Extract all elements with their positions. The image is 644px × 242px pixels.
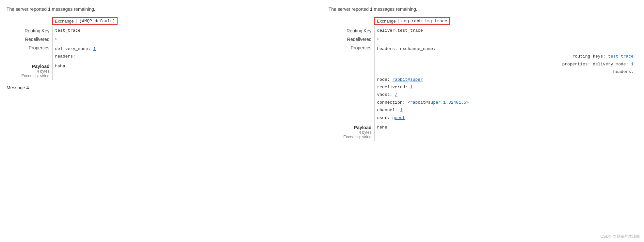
right-routing-key-row: Routing Key deliver.test_trace <box>329 26 637 35</box>
right-routing-key-value: deliver.test_trace <box>374 26 637 35</box>
left-server-count: 1 <box>48 7 51 12</box>
right-prop-vhost-key: vhost: <box>377 92 393 97</box>
right-prop-redelivered-val[interactable]: 1 <box>410 85 413 90</box>
left-prop-headers: headers: <box>55 54 75 59</box>
right-prop-node-line: node: rabbit@super <box>377 76 635 83</box>
right-prop-delivery-mode-key: delivery_mode: <box>593 62 628 67</box>
left-redelivered-row: Redelivered ○ <box>7 35 315 43</box>
left-routing-key-label: Routing Key <box>7 26 52 35</box>
right-prop-channel-key: channel: <box>377 108 397 112</box>
right-server-count: 1 <box>370 7 373 12</box>
right-payload-size: 4 bytes <box>331 130 372 135</box>
left-exchange-label: Exchange <box>55 19 77 24</box>
right-payload-label-cell: Payload 4 bytes Encoding: string <box>329 123 374 141</box>
right-prop-routing-keys-key: routing_keys: <box>572 54 605 59</box>
right-prop-user-line: user: guest <box>377 114 635 122</box>
left-panel: The server reported 1 messages remaining… <box>7 7 315 141</box>
left-server-text: The server reported <box>7 7 48 12</box>
left-properties-block: delivery_mode: 1 headers: <box>55 45 313 60</box>
right-prop-properties-line: properties: delivery_mode: 1 <box>377 60 635 68</box>
right-prop-routing-keys-line: routing_keys: test_trace <box>377 53 635 60</box>
right-message-table: Exchange amq.rabbitmq.trace Routing Key … <box>329 16 637 141</box>
right-server-text: The server reported <box>329 7 370 12</box>
right-routing-key-label: Routing Key <box>329 26 374 35</box>
left-exchange-box: Exchange (AMQP default) <box>52 17 118 25</box>
left-exchange-row: Exchange (AMQP default) <box>7 16 315 26</box>
left-message-4: Message 4 <box>7 85 315 90</box>
right-server-suffix: messages remaining. <box>373 7 417 12</box>
left-routing-key-row: Routing Key test_trace <box>7 26 315 35</box>
right-prop-redelivered-line: redelivered: 1 <box>377 83 635 91</box>
left-exchange-value: (AMQP default) <box>79 19 115 24</box>
right-redelivered-value: ○ <box>374 35 637 43</box>
right-exchange-value-cell: Exchange amq.rabbitmq.trace <box>374 16 637 26</box>
right-properties-label: Properties <box>329 43 374 123</box>
left-properties-value: delivery_mode: 1 headers: <box>52 43 315 62</box>
left-payload-label-cell: Payload 4 bytes Encoding: string <box>7 62 52 80</box>
right-exchange-label: Exchange <box>377 19 399 24</box>
right-prop-properties-key: properties: <box>562 62 590 67</box>
left-message-table: Exchange (AMQP default) Routing Key test… <box>7 16 315 80</box>
right-prop-user-val[interactable]: guest <box>392 115 405 120</box>
left-payload-label: Payload <box>9 64 50 69</box>
left-payload-value: haha <box>52 62 315 80</box>
right-prop-node-key: node: <box>377 77 390 82</box>
right-properties-row: Properties headers: exchange_name: routi… <box>329 43 637 123</box>
right-exchange-value: amq.rabbitmq.trace <box>401 19 447 24</box>
right-prop-connection-line: connection: <rabbit@super.1.32401.5> <box>377 99 635 106</box>
right-prop-exchange-name-key: exchange_name: <box>400 46 436 51</box>
right-prop-channel-val[interactable]: 1 <box>400 108 403 112</box>
right-prop-vhost-line: vhost: / <box>377 91 635 98</box>
right-prop-delivery-mode-val[interactable]: 1 <box>631 62 634 67</box>
right-properties-value: headers: exchange_name: routing_keys: te… <box>374 43 637 123</box>
left-routing-key-value: test_trace <box>52 26 315 35</box>
right-exchange-row: Exchange amq.rabbitmq.trace <box>329 16 637 26</box>
right-prop-headers2-line: headers: <box>377 68 635 76</box>
right-prop-user-key: user: <box>377 115 390 120</box>
left-exchange-value-cell: Exchange (AMQP default) <box>52 16 315 26</box>
main-container: The server reported 1 messages remaining… <box>7 7 637 141</box>
right-prop-redelivered-key: redelivered: <box>377 85 408 90</box>
left-payload-size: 4 bytes <box>9 69 50 74</box>
right-payload-value: hehe <box>374 123 637 141</box>
left-prop-delivery-mode-val[interactable]: 1 <box>93 46 96 51</box>
left-payload-encoding: Encoding: string <box>9 74 50 78</box>
right-exchange-label-cell <box>329 16 374 26</box>
right-prop-headers-line: headers: exchange_name: <box>377 45 635 53</box>
left-exchange-label-cell <box>7 16 52 26</box>
right-prop-headers-label: headers: <box>377 46 397 51</box>
right-prop-node-val[interactable]: rabbit@super <box>392 77 423 82</box>
right-server-message: The server reported 1 messages remaining… <box>329 7 637 12</box>
right-payload-row: Payload 4 bytes Encoding: string hehe <box>329 123 637 141</box>
right-prop-channel-line: channel: 1 <box>377 106 635 114</box>
right-prop-connection-val[interactable]: <rabbit@super.1.32401.5> <box>408 100 469 105</box>
left-redelivered-value: ○ <box>52 35 315 43</box>
right-prop-routing-keys-val[interactable]: test_trace <box>608 54 634 59</box>
right-properties-block: headers: exchange_name: routing_keys: te… <box>377 45 635 122</box>
right-redelivered-row: Redelivered ○ <box>329 35 637 43</box>
right-payload-encoding: Encoding: string <box>331 135 372 139</box>
left-properties-label: Properties <box>7 43 52 62</box>
right-prop-vhost-val[interactable]: / <box>395 92 397 97</box>
left-server-message: The server reported 1 messages remaining… <box>7 7 315 12</box>
right-prop-connection-key: connection: <box>377 100 405 105</box>
right-prop-headers2-key: headers: <box>613 69 634 74</box>
left-properties-row: Properties delivery_mode: 1 headers: <box>7 43 315 62</box>
left-redelivered-label: Redelivered <box>7 35 52 43</box>
right-panel: The server reported 1 messages remaining… <box>329 7 637 141</box>
left-server-suffix: messages remaining. <box>51 7 95 12</box>
right-exchange-box: Exchange amq.rabbitmq.trace <box>374 17 450 25</box>
right-redelivered-label: Redelivered <box>329 35 374 43</box>
right-payload-label: Payload <box>331 125 372 130</box>
left-payload-row: Payload 4 bytes Encoding: string haha <box>7 62 315 80</box>
left-prop-delivery-mode-key: delivery_mode: <box>55 46 91 51</box>
